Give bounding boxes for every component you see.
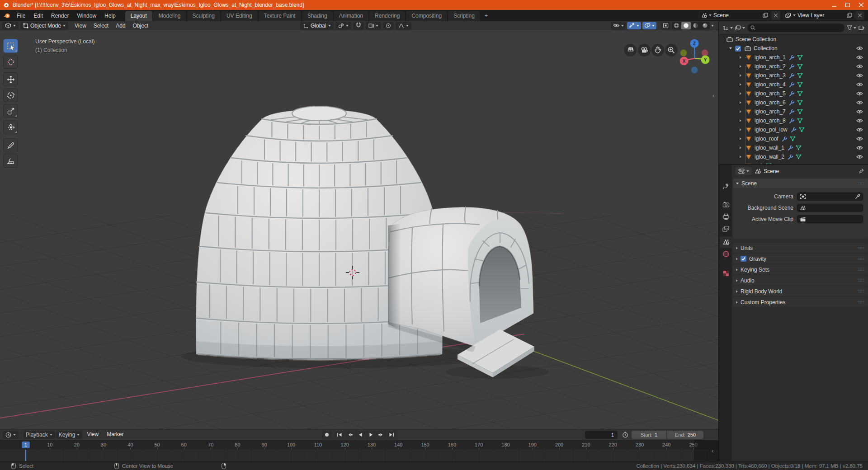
texture-tab[interactable] — [720, 268, 732, 279]
outliner-item-name[interactable]: igloo_wall_2 — [755, 154, 784, 160]
outliner-row[interactable]: igloo_arch_1 — [719, 53, 868, 62]
perspective-grid-button[interactable] — [624, 44, 637, 56]
outliner-item-name[interactable]: igloo_arch_8 — [755, 118, 786, 124]
expand-icon[interactable] — [740, 155, 741, 158]
prev-keyframe-button[interactable] — [345, 431, 355, 439]
properties-editor-type[interactable] — [736, 167, 752, 175]
panel-gravity[interactable]: Gravity∷∷ — [733, 254, 868, 263]
scene-name[interactable]: Scene — [713, 12, 761, 19]
panel-drag-dots[interactable]: ∷∷ — [859, 268, 864, 272]
tab-scripting[interactable]: Scripting — [448, 11, 481, 21]
jump-to-start-button[interactable] — [335, 431, 344, 439]
new-scene-icon[interactable] — [763, 13, 768, 18]
expand-icon[interactable] — [740, 56, 741, 59]
timeline-menu-playback[interactable]: Playback — [23, 431, 55, 439]
gizmos-toggle[interactable] — [627, 22, 641, 29]
outliner-item-name[interactable]: igloo_arch_6 — [755, 99, 786, 106]
outliner-item-name[interactable]: Collection — [754, 45, 778, 52]
next-keyframe-button[interactable] — [376, 431, 386, 439]
expand-icon[interactable] — [740, 146, 741, 149]
minimize-button[interactable] — [827, 0, 841, 10]
panel-rigid-body-world[interactable]: Rigid Body World∷∷ — [733, 287, 868, 296]
timeline-editor-type[interactable] — [3, 431, 19, 439]
visibility-dropdown[interactable] — [611, 22, 626, 29]
panel-audio[interactable]: Audio∷∷ — [733, 276, 868, 285]
overlays-toggle[interactable] — [642, 22, 656, 29]
close-button[interactable] — [854, 0, 868, 10]
timeline-menu-marker[interactable]: Marker — [103, 431, 127, 439]
viewport-menu-add[interactable]: Add — [112, 23, 129, 29]
outliner-row[interactable]: igloo_arch_3 — [719, 71, 868, 80]
blender-logo-icon[interactable] — [3, 13, 11, 19]
outliner-item-name[interactable]: igloo_arch_4 — [755, 81, 786, 88]
shading-solid-button[interactable] — [681, 22, 691, 29]
viewport-menu-object[interactable]: Object — [129, 23, 152, 29]
tab-texture-paint[interactable]: Texture Paint — [259, 11, 302, 21]
jump-to-end-button[interactable] — [387, 431, 396, 439]
tab-animation[interactable]: Animation — [334, 11, 369, 21]
unlink-scene-button[interactable] — [771, 11, 780, 20]
property-field-camera[interactable] — [797, 193, 863, 201]
measure-tool[interactable] — [3, 154, 18, 168]
outliner-row[interactable]: igloo_arch_6 — [719, 98, 868, 107]
panel-drag-dots[interactable]: ∷∷ — [859, 257, 864, 261]
outliner-item-name[interactable]: Scene Collection — [736, 36, 776, 42]
panel-drag-dots[interactable]: ∷∷ — [859, 289, 864, 294]
viewport-menu-view[interactable]: View — [71, 23, 90, 29]
transform-tool[interactable] — [3, 120, 18, 134]
mode-selector[interactable]: Object Mode — [20, 22, 68, 29]
outliner-item-name[interactable]: igloo_pol_low — [755, 127, 788, 133]
panel-keying-sets[interactable]: Keying Sets∷∷ — [733, 265, 868, 274]
tab-shading[interactable]: Shading — [302, 11, 333, 21]
snap-toggle[interactable] — [353, 22, 364, 29]
menu-file[interactable]: File — [13, 11, 29, 20]
outliner-row[interactable]: igloo_arch_8 — [719, 116, 868, 125]
menu-render[interactable]: Render — [47, 11, 73, 20]
rotate-tool[interactable] — [3, 88, 18, 102]
play-reverse-button[interactable] — [355, 431, 365, 439]
outliner-row[interactable]: Collection — [719, 44, 868, 53]
timeline-ruler[interactable]: 1 10203040506070809010011012013014015016… — [0, 440, 718, 450]
expand-icon[interactable] — [729, 47, 732, 49]
proportional-falloff-selector[interactable] — [396, 22, 411, 29]
outliner-row[interactable]: igloo_pol_low — [719, 125, 868, 134]
timeline-track[interactable] — [0, 450, 718, 461]
tab-modeling[interactable]: Modeling — [153, 11, 187, 21]
panel-drag-dots[interactable]: ∷∷ — [859, 181, 864, 186]
navigation-gizmo[interactable]: ZXY — [674, 36, 716, 81]
editor-type-selector[interactable] — [2, 22, 19, 29]
expand-icon[interactable] — [740, 83, 741, 86]
start-frame-field[interactable]: Start: 1 — [632, 431, 666, 439]
menu-edit[interactable]: Edit — [29, 11, 47, 20]
select-box-tool[interactable] — [3, 39, 18, 53]
scale-tool[interactable] — [3, 104, 18, 118]
move-tool[interactable] — [3, 72, 18, 86]
property-field-background-scene[interactable] — [797, 204, 863, 212]
panel-drag-dots[interactable]: ∷∷ — [859, 300, 864, 305]
expand-icon[interactable] — [740, 92, 741, 95]
play-button[interactable] — [366, 431, 376, 439]
outliner-filter-button[interactable] — [847, 25, 856, 30]
tool-tab[interactable] — [720, 181, 732, 193]
outliner-row[interactable]: igloo_arch_7 — [719, 107, 868, 116]
shading-material-button[interactable] — [691, 22, 700, 29]
outliner-item-name[interactable]: igloo_arch_5 — [755, 90, 786, 97]
expand-icon[interactable] — [740, 128, 741, 131]
render-tab[interactable] — [720, 199, 732, 211]
timeline-collapse-arrow[interactable]: ‹ — [712, 447, 713, 454]
add-workspace-button[interactable]: + — [481, 11, 491, 20]
world-tab[interactable] — [720, 248, 732, 260]
expand-icon[interactable] — [740, 110, 741, 113]
record-button[interactable] — [322, 431, 332, 439]
cursor-tool[interactable] — [3, 55, 18, 69]
current-frame-field[interactable]: 1 — [585, 431, 618, 439]
remove-view-layer-button[interactable] — [855, 11, 864, 20]
sidebar-collapse-arrow[interactable]: ‹ — [712, 92, 714, 99]
outliner-row[interactable]: igloo_roof — [719, 134, 868, 143]
current-frame-badge[interactable]: 1 — [22, 442, 30, 448]
outliner-filter-type[interactable] — [735, 25, 745, 31]
snap-target-selector[interactable] — [366, 22, 381, 29]
viewport-3d[interactable]: User Perspective (Local) (1) Collection … — [0, 30, 718, 429]
pin-icon[interactable] — [859, 168, 864, 174]
scene-tab[interactable] — [720, 236, 732, 248]
